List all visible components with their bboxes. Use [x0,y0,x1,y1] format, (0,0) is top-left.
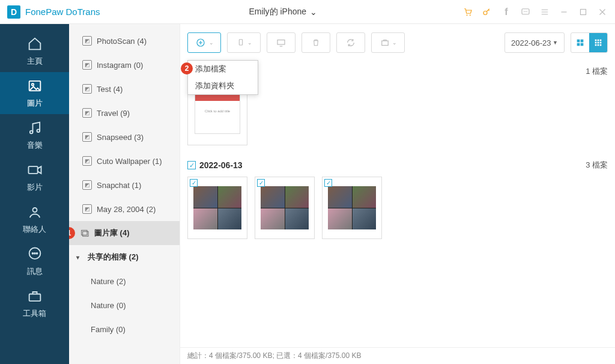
svg-point-16 [34,253,35,254]
app-name: FonePaw DoTrans [25,7,100,17]
shared-item[interactable]: Nature (0) [69,293,180,317]
main-panel: ⌄ ⌄ ⌄ [180,24,615,364]
chevron-down-icon: ⌄ [392,40,397,46]
svg-rect-19 [82,230,87,235]
refresh-button[interactable] [336,32,365,53]
svg-rect-23 [277,40,285,45]
svg-point-4 [524,11,525,12]
svg-point-17 [36,253,37,254]
svg-point-1 [470,14,471,16]
app-logo: D [7,5,20,19]
nav-home[interactable]: 主頁 [0,30,69,72]
menu-icon[interactable] [539,7,550,17]
nav-toolbox[interactable]: 工具箱 [0,282,69,324]
album-item[interactable]: ◩Travel (9) [69,101,180,125]
status-bar: 總計：4 個檔案/375.00 KB; 已選：4 個檔案/375.00 KB [180,347,615,364]
svg-rect-18 [29,294,40,302]
chevron-down-icon: ⌄ [310,7,317,17]
svg-rect-7 [581,9,586,14]
svg-rect-12 [28,166,37,174]
add-button[interactable]: ⌄ [187,32,221,53]
library-item[interactable]: 1 圖片庫 (4) [69,221,180,245]
album-item[interactable]: ◩Test (4) [69,77,180,101]
album-icon: ◩ [82,84,92,94]
svg-rect-27 [577,43,580,46]
album-icon: ◩ [82,108,92,118]
svg-rect-20 [83,231,88,236]
add-files-item[interactable]: 添加檔案 [188,61,258,77]
svg-rect-24 [381,41,388,46]
thumb-checkbox[interactable]: ✓ [257,179,265,187]
photo-thumb[interactable]: ✓ [187,177,247,239]
library-icon [80,228,89,238]
svg-point-13 [32,208,37,212]
shared-header[interactable]: 共享的相簿 (2) [69,245,180,269]
svg-rect-25 [577,40,580,43]
nav-messages[interactable]: 訊息 [0,240,69,282]
minimize-icon[interactable] [559,7,569,17]
nav-rail: 主頁 圖片 音樂 影片 聯絡人 訊息 [0,24,69,364]
close-icon[interactable] [597,7,608,17]
thumb-checkbox[interactable]: ✓ [190,179,198,187]
device-label: Emily的 iPhone [249,7,306,17]
album-item[interactable]: ◩Snapchat (1) [69,173,180,197]
image-icon [26,77,43,94]
svg-point-11 [37,129,40,132]
date-filter[interactable]: 2022-06-23 ▼ [504,32,565,53]
album-icon: ◩ [82,204,92,214]
export-pc-button[interactable] [267,32,295,53]
svg-rect-37 [600,44,602,46]
svg-point-6 [527,11,528,12]
group-checkbox[interactable]: ✓ [187,161,196,169]
svg-rect-35 [595,44,597,46]
thumb-image [193,186,241,229]
album-icon: ◩ [82,132,92,142]
video-icon [26,162,43,178]
contacts-icon [26,204,43,220]
nav-music[interactable]: 音樂 [0,114,69,156]
svg-rect-22 [239,40,242,45]
svg-rect-31 [600,40,602,41]
album-item[interactable]: ◩Snapseed (3) [69,125,180,149]
album-item[interactable]: ◩Instagram (0) [69,53,180,77]
title-bar: D FonePaw DoTrans Emily的 iPhone ⌄ f [0,0,615,24]
shared-item[interactable]: Family (0) [69,317,180,341]
cart-icon[interactable] [462,7,473,17]
album-action-button[interactable]: ⌄ [371,32,405,53]
nav-contacts[interactable]: 聯絡人 [0,198,69,240]
svg-point-9 [31,83,34,86]
add-folder-item[interactable]: 添加資料夾 [188,77,258,94]
shared-item[interactable]: Nature (2) [69,269,180,293]
dropdown-triangle-icon: ▼ [553,40,558,46]
export-device-button[interactable]: ⌄ [227,32,261,53]
facebook-icon[interactable]: f [501,7,512,17]
photo-thumb[interactable]: ✓ [255,177,315,239]
maximize-icon[interactable] [578,7,589,17]
step-badge-2: 2 [181,62,193,74]
thumb-image [328,186,376,229]
music-icon [26,120,43,136]
view-large-grid[interactable] [571,33,589,52]
svg-rect-29 [595,40,597,41]
album-icon: ◩ [82,156,92,166]
album-item[interactable]: ◩Cuto Wallpaper (1) [69,149,180,173]
nav-videos[interactable]: 影片 [0,156,69,198]
svg-rect-34 [600,42,602,44]
device-selector[interactable]: Emily的 iPhone ⌄ [245,7,317,17]
album-item[interactable]: ◩PhotoScan (4) [69,29,180,53]
feedback-icon[interactable] [520,7,531,17]
svg-rect-26 [581,40,584,43]
album-list: ◩PhotoScan (4) ◩Instagram (0) ◩Test (4) … [69,24,180,364]
svg-rect-33 [598,42,599,44]
svg-rect-28 [581,43,584,46]
thumb-checkbox[interactable]: ✓ [324,179,332,187]
view-small-grid[interactable] [589,33,607,52]
delete-button[interactable] [301,32,330,53]
nav-photos[interactable]: 圖片 [0,72,69,114]
svg-point-15 [32,253,33,254]
album-item[interactable]: ◩May 28, 2004 (2) [69,197,180,221]
chevron-down-icon: ⌄ [247,40,252,46]
svg-point-2 [483,11,487,14]
key-icon[interactable] [482,7,492,17]
photo-thumb[interactable]: ✓ [322,177,382,239]
